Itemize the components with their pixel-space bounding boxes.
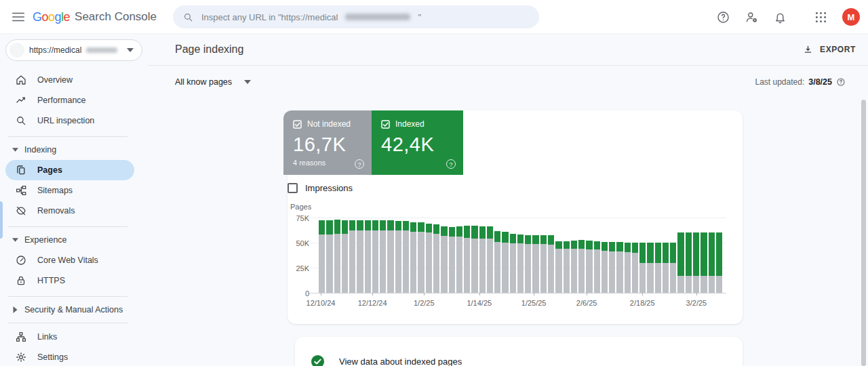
chart-bar[interactable] xyxy=(433,224,439,293)
chart-bar[interactable] xyxy=(410,222,416,293)
sidebar-item-settings[interactable]: Settings xyxy=(0,347,148,366)
chart-bar[interactable] xyxy=(564,241,570,293)
bar-segment-indexed xyxy=(540,235,547,244)
impressions-checkbox[interactable] xyxy=(288,183,298,193)
sidebar-item-sitemaps[interactable]: Sitemaps xyxy=(0,180,148,201)
chart-bar[interactable] xyxy=(594,241,600,293)
help-icon[interactable]: ? xyxy=(355,159,364,169)
bar-segment-not-indexed xyxy=(510,243,516,293)
chart-bar[interactable] xyxy=(365,220,371,293)
hamburger-menu-icon[interactable] xyxy=(11,9,26,24)
chart-bar[interactable] xyxy=(693,232,699,293)
sidebar-item-overview[interactable]: Overview xyxy=(0,70,148,90)
chart-bar[interactable] xyxy=(441,226,447,293)
chart-bar[interactable] xyxy=(319,220,325,293)
chart-bar[interactable] xyxy=(502,232,508,293)
account-avatar[interactable]: M xyxy=(842,8,860,26)
chart-bar[interactable] xyxy=(663,243,669,293)
chart-bar[interactable] xyxy=(701,232,707,293)
help-icon[interactable] xyxy=(716,10,730,24)
chart-bar[interactable] xyxy=(494,231,500,293)
chart-bar[interactable] xyxy=(517,235,524,293)
help-icon[interactable] xyxy=(836,77,846,87)
chart-bar[interactable] xyxy=(655,243,661,293)
chart-bar[interactable] xyxy=(449,227,455,293)
chart-bar[interactable] xyxy=(616,242,623,293)
chart-bar[interactable] xyxy=(525,235,531,293)
sidebar-section-indexing[interactable]: Indexing xyxy=(0,140,148,160)
notifications-bell-icon[interactable] xyxy=(773,10,787,24)
sidebar-section-security-manual-actions[interactable]: Security & Manual Actions xyxy=(0,300,148,320)
chart-bar[interactable] xyxy=(479,226,486,293)
chart-bar[interactable] xyxy=(686,232,692,293)
chart-bar[interactable] xyxy=(709,232,715,293)
app-logo[interactable]: Google Search Console xyxy=(33,0,157,34)
chart-bar[interactable] xyxy=(426,224,432,293)
bar-segment-not-indexed xyxy=(502,243,508,293)
checked-checkbox-icon[interactable] xyxy=(293,120,302,129)
chart-bar[interactable] xyxy=(357,220,363,293)
chart-bar[interactable] xyxy=(578,240,585,293)
chart-bar[interactable] xyxy=(326,220,332,293)
x-tick-label: 1/14/25 xyxy=(467,299,492,307)
apps-grid-icon[interactable] xyxy=(814,10,828,24)
sidebar-item-url-inspection[interactable]: URL inspection xyxy=(0,110,148,131)
chart-bar[interactable] xyxy=(387,220,393,293)
export-button[interactable]: EXPORT xyxy=(803,45,856,55)
chart-bar[interactable] xyxy=(487,226,493,293)
sidebar-item-https[interactable]: HTTPS xyxy=(0,270,148,291)
url-inspection-search-input[interactable]: Inspect any URL in "https://medical " xyxy=(173,5,539,28)
chart-bar[interactable] xyxy=(403,221,409,293)
sidebar-section-experience[interactable]: Experience xyxy=(0,230,148,250)
chart-bar[interactable] xyxy=(586,241,592,293)
chart-bar[interactable] xyxy=(540,235,547,293)
chart-bar[interactable] xyxy=(609,242,615,293)
chart-bar[interactable] xyxy=(647,243,653,293)
chart-bar[interactable] xyxy=(334,220,340,293)
chart-bar[interactable] xyxy=(532,235,538,293)
chart-bar[interactable] xyxy=(571,241,577,293)
chart-bar[interactable] xyxy=(625,243,631,293)
chart-bar[interactable] xyxy=(380,220,386,293)
chart-bar[interactable] xyxy=(632,243,638,293)
download-icon xyxy=(803,45,813,55)
sidebar-item-removals[interactable]: Removals xyxy=(0,201,148,221)
sidebar-item-core-web-vitals[interactable]: Core Web Vitals xyxy=(0,250,148,270)
chart-bar[interactable] xyxy=(395,221,401,293)
chart-bar[interactable] xyxy=(548,235,554,293)
property-selector[interactable]: https://medical xyxy=(5,39,142,61)
chart-bar[interactable] xyxy=(716,232,722,293)
chart-bar[interactable] xyxy=(555,241,561,293)
logo-letter: e xyxy=(64,10,71,24)
chart-bar[interactable] xyxy=(670,243,676,293)
sidebar-item-links[interactable]: Links xyxy=(0,327,148,347)
chart-bar[interactable] xyxy=(510,234,516,293)
bar-segment-not-indexed xyxy=(601,251,608,293)
sidebar-scroll-indicator[interactable] xyxy=(0,201,3,239)
indexed-tile[interactable]: Indexed 42,4K ? xyxy=(372,110,463,175)
chart-bar[interactable] xyxy=(601,242,608,293)
page-type-filter-dropdown[interactable]: All know pages xyxy=(175,77,251,87)
help-icon[interactable]: ? xyxy=(446,159,456,169)
chart-bar[interactable] xyxy=(372,220,378,293)
page-scrollbar-thumb[interactable] xyxy=(861,100,866,366)
tile-subtext: 4 reasons xyxy=(293,159,362,167)
bar-segment-not-indexed xyxy=(564,249,570,293)
chart-bar[interactable] xyxy=(342,220,348,293)
bar-segment-not-indexed xyxy=(571,249,577,293)
chart-bar[interactable] xyxy=(349,220,355,293)
impressions-toggle: Impressions xyxy=(288,183,353,193)
sidebar-item-performance[interactable]: Performance xyxy=(0,90,148,110)
user-settings-icon[interactable] xyxy=(745,10,759,24)
chart-bar[interactable] xyxy=(471,226,477,293)
sidebar-item-pages[interactable]: Pages xyxy=(5,160,134,180)
not-indexed-tile[interactable]: Not indexed 16,7K 4 reasons ? xyxy=(283,110,372,175)
chart-bar[interactable] xyxy=(639,243,646,293)
checked-checkbox-icon[interactable] xyxy=(381,120,390,129)
chart-bar[interactable] xyxy=(418,222,424,293)
chart-bar[interactable] xyxy=(677,232,684,293)
view-indexed-data-card[interactable]: View data about indexed pages xyxy=(295,337,743,366)
indexing-chart: Pages 75K50K25K0 12/10/2412/12/241/2/251… xyxy=(288,203,743,318)
chart-bar[interactable] xyxy=(464,226,470,293)
chart-bar[interactable] xyxy=(456,226,462,293)
